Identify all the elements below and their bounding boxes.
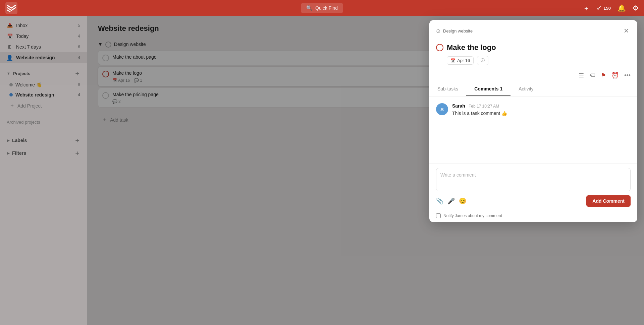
tab-comments[interactable]: Comments 1 [466,82,511,96]
modal-close-button[interactable]: ✕ [622,25,631,36]
notifications-button[interactable]: 🔔 [618,4,626,12]
gear-icon: ⚙ [633,4,639,12]
modal-task-title-row: Make the logo [429,39,637,55]
task-detail-modal: ⊙ Design website ✕ Make the logo 📅 Apr 1… [429,20,637,222]
modal-header: ⊙ Design website ✕ [429,20,637,39]
attach-icon[interactable]: 📎 [436,197,443,205]
reminder-toolbar-icon[interactable]: ⏰ [611,72,619,79]
calendar-chip-icon: 📅 [450,58,455,63]
project-icon: ⊙ [436,28,440,34]
search-icon: 🔍 [306,5,313,11]
add-task-button[interactable]: ＋ [583,4,590,13]
settings-button[interactable]: ⚙ [633,4,639,12]
add-comment-button[interactable]: Add Comment [586,195,631,207]
comment-avatar: S [436,103,448,115]
topnav-actions: ＋ ✓ 150 🔔 ⚙ [583,4,639,13]
comment-text: This is a task comment 👍 [452,110,631,117]
bell-icon: 🔔 [618,4,626,12]
search-label: Quick Find [315,5,338,11]
due-date-chip[interactable]: 📅 Apr 16 [447,56,474,65]
composer-actions: 📎 🎤 😊 Add Comment [436,195,631,207]
modal-toolbar: ☰ 🏷 ⚑ ⏰ ••• [429,69,637,82]
modal-project-name: Design website [443,28,620,34]
modal-task-name: Make the logo [447,43,496,52]
emoji-icon[interactable]: 😊 [459,197,466,205]
modal-composer: 📎 🎤 😊 Add Comment [429,164,637,211]
comment-body: Sarah Feb 17 10:27 AM This is a task com… [452,103,631,117]
app-logo[interactable] [5,2,17,14]
more-toolbar-icon[interactable]: ••• [624,72,631,79]
top-nav: 🔍 Quick Find ＋ ✓ 150 🔔 ⚙ [0,0,644,16]
comment-textarea[interactable] [436,168,631,191]
due-date-label: Apr 16 [457,58,470,63]
modal-comments-section: S Sarah Feb 17 10:27 AM This is a task c… [429,96,637,164]
assignee-chip[interactable]: ⓘ [477,56,488,65]
subtasks-toolbar-icon[interactable]: ☰ [579,72,584,79]
comment-item: S Sarah Feb 17 10:27 AM This is a task c… [436,103,631,117]
notify-checkbox[interactable] [436,213,441,218]
notify-row: Notify James about my comment [429,211,637,222]
priority-toolbar-icon[interactable]: ⚑ [601,72,606,79]
modal-tabs: Sub-tasks Comments 1 Activity [429,82,637,96]
notify-label: Notify James about my comment [443,213,502,218]
comment-time: Feb 17 10:27 AM [469,104,499,109]
comment-author: Sarah [452,103,465,109]
modal-meta-row: 📅 Apr 16 ⓘ [429,55,637,69]
modal-task-circle[interactable] [436,44,443,51]
comment-header: Sarah Feb 17 10:27 AM [452,103,631,109]
tab-subtasks[interactable]: Sub-tasks [429,82,466,96]
quick-find-search[interactable]: 🔍 Quick Find [301,3,343,13]
person-chip-icon: ⓘ [481,58,485,63]
checkmark-icon: ✓ [596,4,602,12]
mic-icon[interactable]: 🎤 [447,197,455,205]
label-toolbar-icon[interactable]: 🏷 [589,72,595,79]
tab-activity[interactable]: Activity [511,82,541,96]
karma-score[interactable]: ✓ 150 [596,4,611,12]
plus-icon: ＋ [583,4,590,13]
